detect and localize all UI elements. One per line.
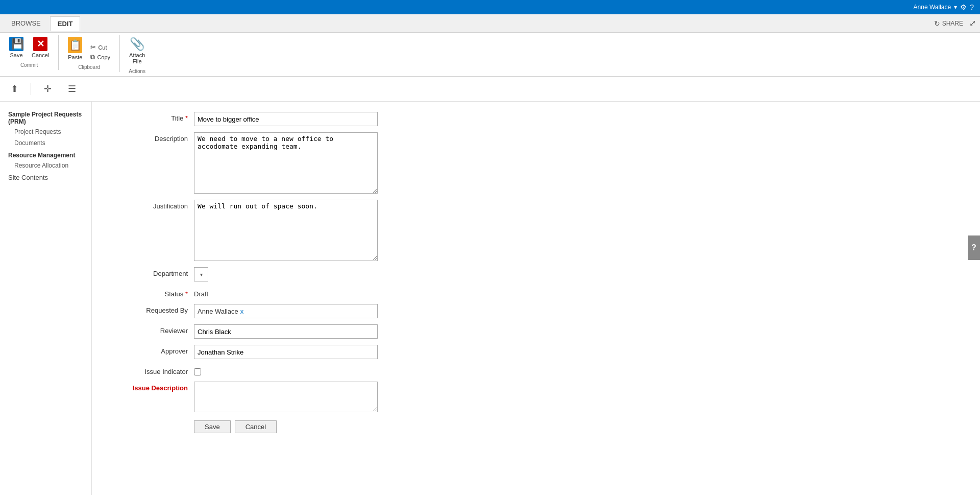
status-value: Draft (194, 288, 208, 298)
share-icon: ↻ (934, 19, 940, 28)
save-icon (9, 37, 23, 51)
tab-list: BROWSE EDIT (4, 16, 80, 31)
approver-input[interactable] (194, 345, 378, 359)
commit-buttons: Save Cancel (6, 35, 52, 60)
cancel-button[interactable]: Cancel (29, 35, 52, 60)
cut-button[interactable]: ✂ Cut (87, 42, 113, 52)
sidebar-item-documents[interactable]: Documents (0, 137, 91, 149)
nav-icons-bar: ⬆ ✛ ☰ (0, 77, 980, 102)
approver-label: Approver (112, 345, 194, 355)
move-button[interactable]: ✛ (39, 81, 56, 97)
sidebar-item-project-requests[interactable]: Project Requests (0, 126, 91, 137)
form-row-justification: Justification We will run out of space s… (112, 200, 480, 261)
form-row-department: Department ▾ (112, 267, 480, 281)
ribbon: Save Cancel Commit 📋 Paste ✂ Cut ⧉ (0, 33, 980, 77)
save-button[interactable]: Save (6, 35, 27, 60)
main-layout: Sample Project Requests (PRM) Project Re… (0, 102, 980, 495)
paste-icon: 📋 (68, 37, 82, 53)
status-label: Status (112, 288, 194, 298)
form-row-title: Title (112, 112, 480, 126)
form-save-button[interactable]: Save (194, 420, 231, 433)
copy-button[interactable]: ⧉ Copy (87, 52, 113, 62)
form-row-issue-indicator: Issue Indicator (112, 365, 480, 375)
gear-icon[interactable]: ⚙ (960, 3, 967, 11)
user-dropdown-icon[interactable]: ▾ (954, 4, 957, 11)
content-area: Title Description We need to move to a n… (92, 102, 980, 495)
justification-textarea[interactable]: We will run out of space soon. (194, 200, 378, 261)
copy-label: Copy (97, 54, 110, 60)
requested-by-remove[interactable]: x (240, 308, 244, 315)
cut-copy-group: ✂ Cut ⧉ Copy (87, 42, 113, 62)
actions-buttons: 📎 Attach File (126, 35, 148, 66)
form-row-description: Description We need to move to a new off… (112, 132, 480, 194)
up-arrow-icon: ⬆ (11, 83, 18, 95)
form-row-issue-description: Issue Description (112, 382, 480, 412)
ribbon-group-commit: Save Cancel Commit (6, 35, 59, 70)
cut-label: Cut (98, 44, 107, 51)
paste-label: Paste (68, 54, 82, 60)
clipboard-buttons: 📋 Paste ✂ Cut ⧉ Copy (65, 35, 113, 62)
description-textarea[interactable]: We need to move to a new office to accod… (194, 132, 378, 194)
attach-file-icon: 📎 (130, 37, 145, 51)
requested-by-field[interactable]: Anne Wallace x (194, 304, 378, 318)
navigate-up-button[interactable]: ⬆ (6, 81, 22, 97)
description-label: Description (112, 132, 194, 143)
list-icon: ☰ (68, 83, 76, 95)
sidebar-group-resource: Resource Management (0, 149, 91, 160)
tab-bar: BROWSE EDIT ↻ SHARE ⤢ (0, 14, 980, 33)
justification-label: Justification (112, 200, 194, 210)
top-bar-user-section: Anne Wallace ▾ ⚙ ? (914, 3, 974, 11)
ribbon-group-clipboard: 📋 Paste ✂ Cut ⧉ Copy Clipboard (59, 35, 120, 72)
help-button[interactable]: ? (968, 235, 980, 260)
issue-indicator-checkbox[interactable] (194, 368, 201, 375)
paste-button[interactable]: 📋 Paste (65, 35, 85, 62)
department-label: Department (112, 267, 194, 277)
requested-by-label: Requested By (112, 304, 194, 314)
ribbon-group-actions: 📎 Attach File Actions (120, 35, 154, 76)
title-input[interactable] (194, 112, 378, 126)
form-row-requested-by: Requested By Anne Wallace x (112, 304, 480, 318)
save-label: Save (10, 52, 22, 58)
reviewer-label: Reviewer (112, 324, 194, 335)
list-view-button[interactable]: ☰ (64, 81, 80, 97)
copy-icon: ⧉ (90, 53, 95, 61)
tab-browse[interactable]: BROWSE (4, 16, 48, 30)
sidebar-group-prm-label: Sample Project Requests (PRM) (8, 111, 82, 125)
top-bar: Anne Wallace ▾ ⚙ ? (0, 0, 980, 14)
clipboard-group-label: Clipboard (78, 64, 100, 70)
issue-description-label: Issue Description (112, 382, 194, 392)
sidebar-group-prm: Sample Project Requests (PRM) (0, 108, 91, 126)
requested-by-value: Anne Wallace (198, 308, 238, 315)
tab-bar-right: ↻ SHARE ⤢ (934, 18, 976, 28)
form-row-approver: Approver (112, 345, 480, 359)
cut-icon: ✂ (90, 43, 96, 51)
attach-file-label: Attach File (129, 52, 145, 64)
help-icon[interactable]: ? (970, 3, 974, 11)
cancel-icon (33, 37, 47, 51)
sidebar-item-site-contents[interactable]: Site Contents (0, 171, 91, 184)
sidebar: Sample Project Requests (PRM) Project Re… (0, 102, 92, 495)
nav-separator (31, 83, 31, 95)
move-icon: ✛ (44, 83, 52, 95)
user-name[interactable]: Anne Wallace (914, 4, 951, 11)
form-cancel-button[interactable]: Cancel (235, 420, 277, 433)
form-row-reviewer: Reviewer (112, 324, 480, 339)
cancel-label: Cancel (32, 52, 49, 58)
form-row-status: Status Draft (112, 288, 480, 298)
actions-group-label: Actions (129, 68, 145, 74)
share-button[interactable]: ↻ SHARE (934, 19, 963, 28)
tab-edit[interactable]: EDIT (50, 16, 81, 31)
reviewer-input[interactable] (194, 324, 378, 339)
issue-indicator-label: Issue Indicator (112, 365, 194, 375)
expand-icon[interactable]: ⤢ (969, 18, 976, 28)
form-buttons: Save Cancel (112, 420, 480, 433)
department-dropdown[interactable]: ▾ (194, 267, 208, 281)
share-label: SHARE (942, 20, 963, 27)
edit-form: Title Description We need to move to a n… (112, 112, 480, 433)
attach-file-button[interactable]: 📎 Attach File (126, 35, 148, 66)
sidebar-item-resource-allocation[interactable]: Resource Allocation (0, 160, 91, 171)
commit-group-label: Commit (20, 62, 38, 68)
issue-description-textarea[interactable] (194, 382, 378, 412)
title-label: Title (112, 112, 194, 122)
